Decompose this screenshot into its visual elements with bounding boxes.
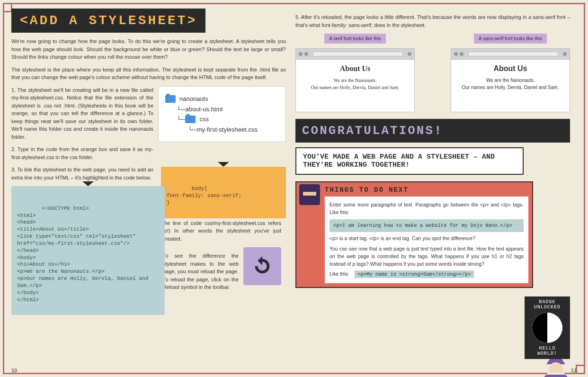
ttd-code1: <p>I am learning how to make a website f…	[330, 219, 524, 233]
right-page: 5. After it's reloaded, the page looks a…	[295, 9, 570, 368]
ttd-p1: Enter some more paragraphs of text. Para…	[330, 201, 524, 216]
badge-line1: BADGE	[527, 299, 567, 305]
left-page: <ADD A STYLESHEET> We're now going to ch…	[11, 9, 286, 368]
browser-serif: About Us We are the Nanonauts. Our names…	[295, 48, 415, 112]
step-4c: To see the difference the stylesheet mak…	[163, 252, 239, 291]
css-code-block: body{ font-family: sans-serif; }	[161, 167, 286, 218]
page-number-left: 10	[11, 368, 17, 373]
step-5: 5. After it's reloaded, the page looks a…	[295, 13, 570, 29]
folder-icon	[185, 116, 196, 123]
ttd-p2: <p> is a start tag. </p> is an end tag. …	[330, 235, 524, 242]
badge-line4: WORLD!	[527, 351, 567, 356]
speech-bubble: YOU'VE MADE A WEB PAGE AND A STYLESHEET …	[295, 147, 524, 175]
browser-heading: About Us	[457, 64, 564, 73]
folder-icon	[165, 95, 176, 103]
intro-paragraph-1: We're now going to change how the page l…	[11, 37, 286, 61]
browser-chrome	[451, 49, 570, 60]
browser-heading: About Us	[302, 64, 409, 73]
serif-label: A serif font looks like this	[324, 34, 386, 44]
step-3: 3. To link the stylesheet to the web pag…	[11, 166, 153, 181]
html-code-block: <!DOCTYPE html> <html> <head> <title>Abo…	[11, 186, 165, 315]
ttd-title: THINGS TO DO NEXT	[325, 186, 528, 194]
html-code: <!DOCTYPE html> <html> <head> <title>Abo…	[17, 206, 151, 303]
ninja-icon	[299, 184, 320, 205]
ttd-p3: You can see now that a web page is just …	[330, 245, 524, 268]
things-to-do-next: THINGS TO DO NEXT Enter some more paragr…	[295, 181, 533, 288]
browser-line2: Our names are Holly, Dervla, Daniel and …	[302, 85, 409, 90]
file-stylesheet: my-first-stylesheet.css	[196, 126, 258, 133]
folder-css: css	[199, 116, 209, 123]
arrow-down-icon	[218, 162, 229, 167]
browser-line1: We are the Nanonauts.	[457, 78, 564, 83]
badge-line3: HELLO	[527, 346, 567, 351]
page-title-banner: <ADD A STYLESHEET>	[11, 9, 205, 33]
browser-sans: About Us We are the Nanonauts. Our names…	[451, 48, 570, 112]
step-1: 1. The stylesheet we'll be creating will…	[11, 86, 153, 141]
yin-yang-icon	[532, 313, 562, 343]
browser-chrome	[296, 49, 414, 60]
file-about-us: about-us.html	[185, 106, 223, 113]
page-number-right: 11	[571, 368, 577, 373]
badge-unlocked: BADGE UNLOCKED HELLO WORLD!	[525, 296, 570, 359]
step-2: 2. Type in the code from the orange box …	[11, 145, 153, 161]
intro-paragraph-2: The stylesheet is the place where you ke…	[11, 66, 286, 81]
arrow-down-icon	[82, 181, 94, 186]
css-code: body{ font-family: sans-serif; }	[167, 186, 241, 206]
sans-label: A sans-serif font looks like this	[474, 34, 547, 44]
ttd-p4-label: Like this:	[330, 271, 349, 277]
browser-line1: We are the Nanonauts.	[302, 78, 409, 83]
badge-line2: UNLOCKED	[527, 305, 567, 310]
reload-button-illustration	[243, 247, 281, 285]
congratulations-banner: CONGRATULATIONS!	[295, 119, 570, 143]
file-tree: nanonauts └─ about-us.html └─ css └─ my-…	[158, 86, 286, 142]
reload-icon	[251, 255, 273, 277]
browser-line2: Our names are Holly, Dervla, Daniel and …	[457, 85, 564, 90]
folder-root: nanonauts	[179, 95, 208, 102]
ttd-code2: <p>My name is <strong>Sam</strong></p>	[355, 270, 473, 278]
